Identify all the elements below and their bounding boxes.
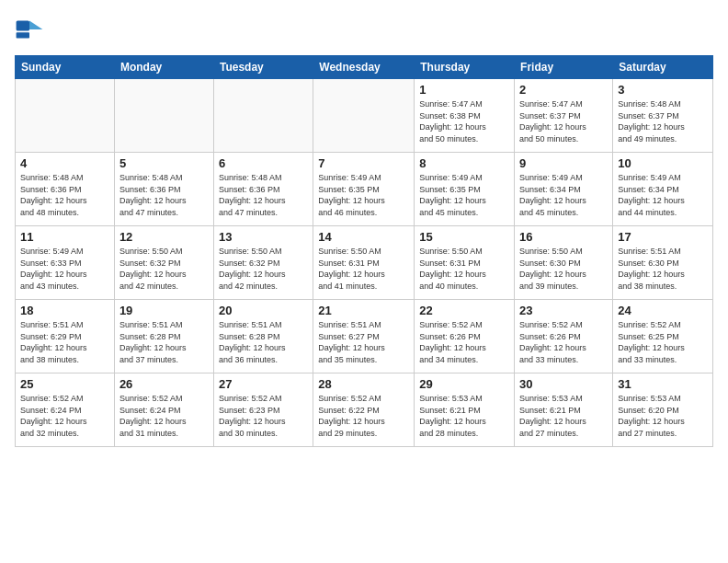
day-header-friday: Friday [515, 56, 613, 79]
calendar-day-30: 30Sunrise: 5:53 AMSunset: 6:21 PMDayligh… [515, 373, 613, 447]
calendar-day-8: 8Sunrise: 5:49 AMSunset: 6:35 PMDaylight… [415, 153, 515, 226]
day-number: 1 [419, 83, 509, 97]
day-number: 17 [618, 230, 708, 244]
calendar-day-6: 6Sunrise: 5:48 AMSunset: 6:36 PMDaylight… [213, 153, 313, 226]
day-info: Sunrise: 5:52 AMSunset: 6:26 PMDaylight:… [419, 319, 509, 365]
day-info: Sunrise: 5:50 AMSunset: 6:32 PMDaylight:… [219, 246, 308, 292]
logo-icon [15, 15, 44, 44]
calendar-day-14: 14Sunrise: 5:50 AMSunset: 6:31 PMDayligh… [313, 226, 415, 300]
day-info: Sunrise: 5:49 AMSunset: 6:35 PMDaylight:… [419, 172, 509, 218]
day-number: 5 [119, 156, 209, 170]
day-header-wednesday: Wednesday [313, 56, 415, 79]
calendar-day-16: 16Sunrise: 5:50 AMSunset: 6:30 PMDayligh… [515, 226, 613, 300]
day-info: Sunrise: 5:52 AMSunset: 6:26 PMDaylight:… [519, 319, 608, 365]
day-number: 7 [318, 156, 409, 170]
calendar-day-4: 4Sunrise: 5:48 AMSunset: 6:36 PMDaylight… [16, 153, 115, 226]
calendar-day-26: 26Sunrise: 5:52 AMSunset: 6:24 PMDayligh… [114, 373, 213, 447]
calendar-week-row: 25Sunrise: 5:52 AMSunset: 6:24 PMDayligh… [16, 373, 713, 447]
day-number: 31 [618, 377, 708, 391]
day-info: Sunrise: 5:48 AMSunset: 6:36 PMDaylight:… [119, 172, 209, 218]
calendar-day-29: 29Sunrise: 5:53 AMSunset: 6:21 PMDayligh… [415, 373, 515, 447]
day-number: 16 [519, 230, 608, 244]
calendar-day-3: 3Sunrise: 5:48 AMSunset: 6:37 PMDaylight… [613, 79, 713, 153]
day-header-sunday: Sunday [16, 56, 115, 79]
calendar-day-18: 18Sunrise: 5:51 AMSunset: 6:29 PMDayligh… [16, 300, 115, 373]
calendar-day-10: 10Sunrise: 5:49 AMSunset: 6:34 PMDayligh… [613, 153, 713, 226]
day-info: Sunrise: 5:49 AMSunset: 6:35 PMDaylight:… [318, 172, 409, 218]
day-info: Sunrise: 5:47 AMSunset: 6:38 PMDaylight:… [419, 98, 509, 144]
day-info: Sunrise: 5:51 AMSunset: 6:28 PMDaylight:… [119, 319, 209, 365]
day-number: 15 [419, 230, 509, 244]
svg-marker-2 [29, 20, 42, 29]
calendar-day-12: 12Sunrise: 5:50 AMSunset: 6:32 PMDayligh… [114, 226, 213, 300]
calendar-day-20: 20Sunrise: 5:51 AMSunset: 6:28 PMDayligh… [213, 300, 313, 373]
calendar-day-24: 24Sunrise: 5:52 AMSunset: 6:25 PMDayligh… [613, 300, 713, 373]
day-info: Sunrise: 5:51 AMSunset: 6:29 PMDaylight:… [20, 319, 109, 365]
calendar-day-21: 21Sunrise: 5:51 AMSunset: 6:27 PMDayligh… [313, 300, 415, 373]
day-info: Sunrise: 5:49 AMSunset: 6:34 PMDaylight:… [519, 172, 608, 218]
day-header-thursday: Thursday [415, 56, 515, 79]
page-header [15, 15, 713, 44]
day-info: Sunrise: 5:53 AMSunset: 6:21 PMDaylight:… [519, 393, 608, 439]
day-info: Sunrise: 5:53 AMSunset: 6:20 PMDaylight:… [618, 393, 708, 439]
calendar-day-23: 23Sunrise: 5:52 AMSunset: 6:26 PMDayligh… [515, 300, 613, 373]
calendar-week-row: 18Sunrise: 5:51 AMSunset: 6:29 PMDayligh… [16, 300, 713, 373]
calendar-day-25: 25Sunrise: 5:52 AMSunset: 6:24 PMDayligh… [16, 373, 115, 447]
calendar-day-13: 13Sunrise: 5:50 AMSunset: 6:32 PMDayligh… [213, 226, 313, 300]
day-info: Sunrise: 5:49 AMSunset: 6:33 PMDaylight:… [20, 246, 109, 292]
calendar-day-28: 28Sunrise: 5:52 AMSunset: 6:22 PMDayligh… [313, 373, 415, 447]
day-number: 26 [119, 377, 209, 391]
day-number: 25 [20, 377, 109, 391]
day-number: 13 [219, 230, 308, 244]
day-info: Sunrise: 5:52 AMSunset: 6:25 PMDaylight:… [618, 319, 708, 365]
calendar-week-row: 1Sunrise: 5:47 AMSunset: 6:38 PMDaylight… [16, 79, 713, 153]
day-number: 6 [219, 156, 308, 170]
day-number: 28 [318, 377, 409, 391]
day-info: Sunrise: 5:48 AMSunset: 6:36 PMDaylight:… [219, 172, 308, 218]
day-number: 2 [519, 83, 608, 97]
day-number: 29 [419, 377, 509, 391]
calendar-day-5: 5Sunrise: 5:48 AMSunset: 6:36 PMDaylight… [114, 153, 213, 226]
day-info: Sunrise: 5:49 AMSunset: 6:34 PMDaylight:… [618, 172, 708, 218]
day-number: 30 [519, 377, 608, 391]
day-info: Sunrise: 5:50 AMSunset: 6:30 PMDaylight:… [519, 246, 608, 292]
day-number: 24 [618, 304, 708, 317]
day-info: Sunrise: 5:52 AMSunset: 6:24 PMDaylight:… [20, 393, 109, 439]
day-number: 8 [419, 156, 509, 170]
day-number: 3 [618, 83, 708, 97]
day-header-tuesday: Tuesday [213, 56, 313, 79]
day-header-saturday: Saturday [613, 56, 713, 79]
day-info: Sunrise: 5:50 AMSunset: 6:32 PMDaylight:… [119, 246, 209, 292]
calendar-week-row: 11Sunrise: 5:49 AMSunset: 6:33 PMDayligh… [16, 226, 713, 300]
svg-rect-0 [17, 20, 29, 30]
day-info: Sunrise: 5:51 AMSunset: 6:28 PMDaylight:… [219, 319, 308, 365]
day-info: Sunrise: 5:48 AMSunset: 6:37 PMDaylight:… [618, 98, 708, 144]
logo [15, 15, 48, 44]
day-number: 19 [119, 304, 209, 317]
calendar-day-7: 7Sunrise: 5:49 AMSunset: 6:35 PMDaylight… [313, 153, 415, 226]
day-number: 11 [20, 230, 109, 244]
calendar-day-1: 1Sunrise: 5:47 AMSunset: 6:38 PMDaylight… [415, 79, 515, 153]
calendar-day-17: 17Sunrise: 5:51 AMSunset: 6:30 PMDayligh… [613, 226, 713, 300]
day-info: Sunrise: 5:51 AMSunset: 6:30 PMDaylight:… [618, 246, 708, 292]
day-number: 9 [519, 156, 608, 170]
day-info: Sunrise: 5:52 AMSunset: 6:22 PMDaylight:… [318, 393, 409, 439]
calendar-week-row: 4Sunrise: 5:48 AMSunset: 6:36 PMDaylight… [16, 153, 713, 226]
day-info: Sunrise: 5:53 AMSunset: 6:21 PMDaylight:… [419, 393, 509, 439]
calendar-day-15: 15Sunrise: 5:50 AMSunset: 6:31 PMDayligh… [415, 226, 515, 300]
day-header-monday: Monday [114, 56, 213, 79]
calendar-day-27: 27Sunrise: 5:52 AMSunset: 6:23 PMDayligh… [213, 373, 313, 447]
svg-rect-1 [17, 32, 29, 38]
day-number: 27 [219, 377, 308, 391]
day-info: Sunrise: 5:52 AMSunset: 6:23 PMDaylight:… [219, 393, 308, 439]
day-info: Sunrise: 5:47 AMSunset: 6:37 PMDaylight:… [519, 98, 608, 144]
day-number: 14 [318, 230, 409, 244]
calendar-day-9: 9Sunrise: 5:49 AMSunset: 6:34 PMDaylight… [515, 153, 613, 226]
day-number: 12 [119, 230, 209, 244]
empty-cell [16, 79, 115, 153]
calendar-day-31: 31Sunrise: 5:53 AMSunset: 6:20 PMDayligh… [613, 373, 713, 447]
day-info: Sunrise: 5:52 AMSunset: 6:24 PMDaylight:… [119, 393, 209, 439]
day-number: 21 [318, 304, 409, 317]
day-number: 18 [20, 304, 109, 317]
day-number: 4 [20, 156, 109, 170]
